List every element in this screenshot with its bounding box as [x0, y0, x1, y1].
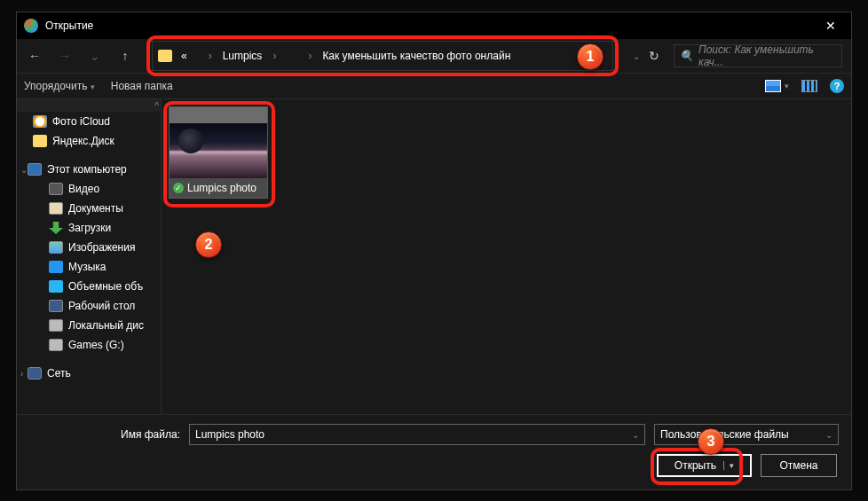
open-button[interactable]: Открыть ▾ [657, 454, 752, 477]
disk-icon [49, 339, 63, 351]
crumb-blur2[interactable] [283, 54, 290, 58]
new-folder-button[interactable]: Новая папка [111, 80, 173, 92]
sidebar: ^ Фото iCloud Яндекс.Диск ⌄Этот компьюте… [17, 99, 162, 414]
annotation-badge-2: 2 [195, 231, 222, 258]
sidebar-item-yandex[interactable]: Яндекс.Диск [17, 131, 161, 151]
file-list-area[interactable]: ✓ Lumpics photo [162, 99, 851, 414]
recent-dropdown[interactable]: ⌄ [83, 43, 107, 68]
chevron-down-icon[interactable]: ⌄ [825, 430, 832, 440]
forward-button[interactable]: → [52, 43, 77, 68]
chevron-right-icon: › [205, 50, 216, 62]
chevron-right-icon: › [269, 50, 280, 62]
address-dropdown-icon[interactable]: ⌄ [633, 51, 640, 61]
filetype-select[interactable]: Пользовательские файлы ⌄ [654, 424, 839, 445]
crumb-blur1[interactable] [194, 54, 201, 58]
address-bar[interactable]: « › Lumpics › › Как уменьшить качество ф… [152, 41, 613, 71]
sidebar-item-music[interactable]: Музыка [17, 257, 161, 277]
search-icon: 🔍 [680, 50, 693, 62]
3d-objects-icon [49, 280, 63, 293]
preview-pane-icon[interactable] [801, 80, 817, 92]
chevron-down-icon[interactable]: ⌄ [20, 165, 28, 175]
desktop-icon [49, 300, 63, 312]
up-button[interactable]: ↑ [113, 43, 138, 68]
button-row: Открыть ▾ Отмена [29, 454, 839, 477]
download-icon [49, 222, 63, 234]
icloud-icon [33, 115, 47, 128]
folder-icon [158, 50, 172, 62]
images-icon [49, 241, 63, 254]
search-placeholder: Поиск: Как уменьшить кач... [698, 43, 836, 68]
refresh-button[interactable]: ↻ [649, 49, 659, 63]
sidebar-item-downloads[interactable]: Загрузки [17, 218, 161, 238]
sync-ok-icon: ✓ [173, 183, 184, 193]
crumb-overflow[interactable]: « [178, 48, 191, 64]
cancel-button[interactable]: Отмена [761, 454, 837, 477]
close-button[interactable]: ✕ [810, 12, 851, 39]
toolbar: Упорядочить ▾ Новая папка ▾ ? [17, 73, 851, 99]
organize-button[interactable]: Упорядочить ▾ [24, 80, 95, 92]
sidebar-item-docs[interactable]: Документы [17, 199, 161, 218]
chevron-right-icon[interactable]: › [20, 369, 23, 379]
back-button[interactable]: ← [22, 43, 47, 68]
file-thumbnail[interactable]: ✓ Lumpics photo [169, 106, 268, 199]
sidebar-item-icloud[interactable]: Фото iCloud [17, 112, 161, 131]
filename-label: Имя файла: [29, 428, 180, 441]
disk-icon [49, 319, 63, 332]
thumbnail-image [170, 123, 267, 178]
music-icon [49, 261, 63, 273]
thumbnail-label: ✓ Lumpics photo [170, 178, 267, 198]
footer: Имя файла: Lumpics photo ⌄ Пользовательс… [17, 414, 851, 489]
chevron-right-icon: › [304, 50, 315, 62]
window-title: Открытие [45, 20, 93, 32]
sidebar-item-desktop[interactable]: Рабочий стол [17, 296, 161, 316]
sidebar-item-3d[interactable]: Объемные объ [17, 277, 161, 296]
chevron-down-icon[interactable]: ⌄ [632, 430, 639, 440]
sidebar-item-pc[interactable]: ⌄Этот компьютер [17, 160, 161, 179]
chrome-icon [24, 19, 38, 33]
annotation-badge-3: 3 [698, 428, 724, 455]
body-area: ^ Фото iCloud Яндекс.Диск ⌄Этот компьюте… [17, 99, 851, 414]
sidebar-item-network[interactable]: ›Сеть [17, 364, 161, 383]
yandex-disk-icon [33, 135, 47, 147]
title-bar: Открытие ✕ [17, 12, 851, 39]
scroll-up-icon[interactable]: ^ [17, 99, 161, 112]
nav-row: ← → ⌄ ↑ « › Lumpics › › Как уменьшить ка… [17, 39, 851, 73]
filename-input[interactable]: Lumpics photo ⌄ [189, 424, 645, 445]
network-icon [28, 367, 42, 380]
crumb-blur3[interactable] [294, 54, 301, 58]
crumb-current[interactable]: Как уменьшить качество фото онлайн [319, 48, 514, 64]
video-icon [49, 183, 63, 195]
help-icon[interactable]: ? [830, 79, 844, 93]
chevron-down-icon[interactable]: ▾ [723, 461, 734, 470]
search-input[interactable]: 🔍 Поиск: Как уменьшить кач... [674, 44, 842, 67]
view-button-icon[interactable] [765, 80, 781, 92]
sidebar-item-localdisk[interactable]: Локальный дис [17, 316, 161, 335]
pc-icon [28, 163, 42, 176]
sidebar-item-games[interactable]: Games (G:) [17, 335, 161, 355]
open-dialog: Открытие ✕ ← → ⌄ ↑ « › Lumpics › › Как у… [16, 12, 852, 490]
sidebar-item-images[interactable]: Изображения [17, 238, 161, 257]
annotation-badge-1: 1 [577, 43, 604, 70]
sidebar-item-video[interactable]: Видео [17, 179, 161, 199]
crumb-lumpics[interactable]: Lumpics [219, 48, 266, 64]
documents-icon [49, 202, 63, 215]
